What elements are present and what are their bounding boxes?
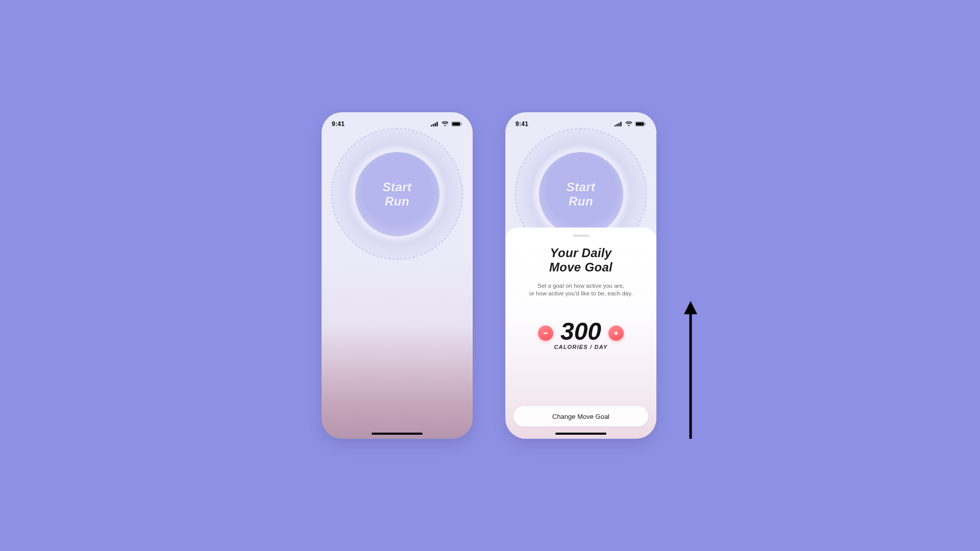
svg-rect-2: [435, 123, 436, 127]
start-run-label: Start Run: [566, 180, 595, 208]
phone-screen-initial: 9:41 Start Run: [322, 112, 473, 439]
calorie-stepper: 300: [538, 324, 624, 342]
svg-rect-9: [619, 123, 620, 127]
increment-button[interactable]: [608, 325, 624, 341]
svg-rect-8: [617, 124, 618, 127]
sheet-title: Your Daily Move Goal: [549, 246, 612, 275]
svg-rect-16: [616, 331, 617, 335]
svg-rect-3: [436, 122, 437, 127]
calorie-unit-label: CALORIES / DAY: [554, 344, 607, 350]
status-time: 9:41: [332, 120, 345, 128]
start-run-button[interactable]: Start Run: [539, 152, 623, 236]
home-indicator[interactable]: [372, 433, 423, 435]
status-bar: 9:41: [505, 112, 656, 131]
status-icons: [431, 121, 462, 127]
battery-icon: [451, 121, 462, 127]
sheet-grabber[interactable]: [573, 235, 589, 237]
wifi-icon: [625, 121, 632, 127]
minus-icon: [542, 330, 549, 337]
start-run-button[interactable]: Start Run: [355, 152, 439, 236]
move-goal-sheet[interactable]: Your Daily Move Goal Set a goal on how a…: [505, 228, 656, 439]
phone-screen-sheet: 9:41 Start Run Your Daily Move Goal Set …: [505, 112, 656, 439]
svg-rect-0: [431, 125, 432, 127]
svg-marker-18: [684, 301, 697, 314]
change-move-goal-button[interactable]: Change Move Goal: [513, 406, 648, 427]
sheet-description: Set a goal on how active you are, or how…: [529, 282, 633, 298]
decrement-button[interactable]: [538, 325, 553, 341]
svg-rect-10: [620, 122, 621, 127]
cellular-signal-icon: [615, 121, 623, 127]
home-indicator[interactable]: [555, 433, 606, 435]
svg-rect-13: [645, 123, 646, 125]
svg-rect-14: [544, 333, 548, 334]
svg-rect-12: [636, 122, 644, 126]
svg-rect-5: [452, 122, 460, 126]
wifi-icon: [442, 121, 449, 127]
status-time: 9:41: [516, 120, 528, 128]
status-icons: [615, 121, 646, 127]
calorie-value: 300: [560, 321, 601, 342]
svg-rect-1: [433, 124, 434, 127]
start-run-hero: Start Run: [322, 133, 473, 286]
battery-icon: [635, 121, 646, 127]
cellular-signal-icon: [431, 121, 439, 127]
status-bar: 9:41: [322, 112, 473, 131]
svg-rect-6: [461, 123, 462, 125]
swipe-up-arrow-icon: [675, 301, 706, 444]
plus-icon: [612, 330, 620, 337]
svg-rect-7: [615, 125, 616, 127]
start-run-label: Start Run: [382, 180, 411, 208]
